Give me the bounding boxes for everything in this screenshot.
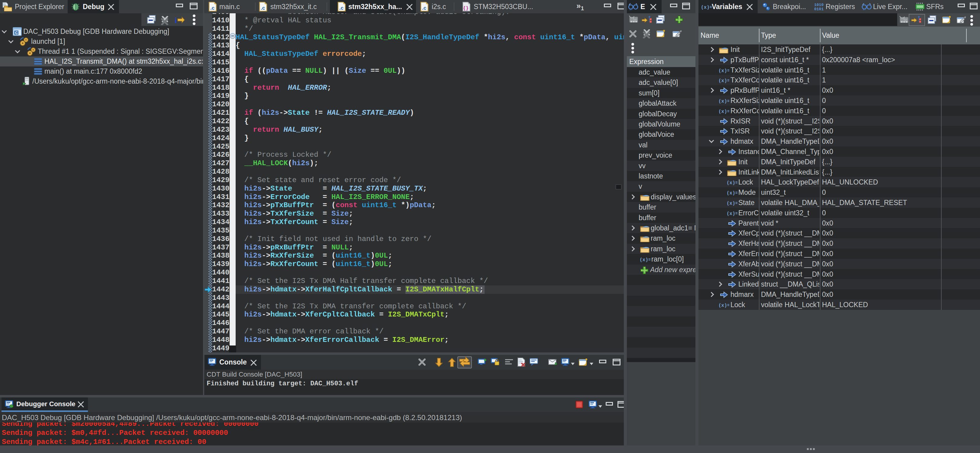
svg-text:C: C [15,30,18,35]
svg-text:0101: 0101 [814,7,824,11]
svg-text:.c: .c [339,5,344,11]
svg-text:{ }: { } [463,5,468,11]
svg-text:.c: .c [422,5,426,11]
svg-text:(x)=: (x)= [718,99,729,104]
svg-text:(x)=: (x)= [727,180,737,186]
svg-text:(x)=: (x)= [727,191,737,196]
svg-text:.c: .c [210,5,215,11]
svg-text:i: i [175,16,177,24]
svg-text:(x)=: (x)= [718,78,729,84]
svg-text:1010: 1010 [814,3,824,7]
svg-text:(x)=: (x)= [727,211,737,216]
svg-text:(x)=: (x)= [701,5,712,10]
svg-text:(x)=: (x)= [718,68,729,74]
svg-text:(x)=: (x)= [718,109,729,114]
svg-text:.c: .c [261,5,265,11]
svg-text:(x)=: (x)= [718,303,729,308]
svg-text:(x)=: (x)= [727,201,737,206]
svg-text:x=: x= [629,8,633,11]
svg-text:x=: x= [863,8,866,11]
svg-text:(x)=: (x)= [640,257,651,263]
